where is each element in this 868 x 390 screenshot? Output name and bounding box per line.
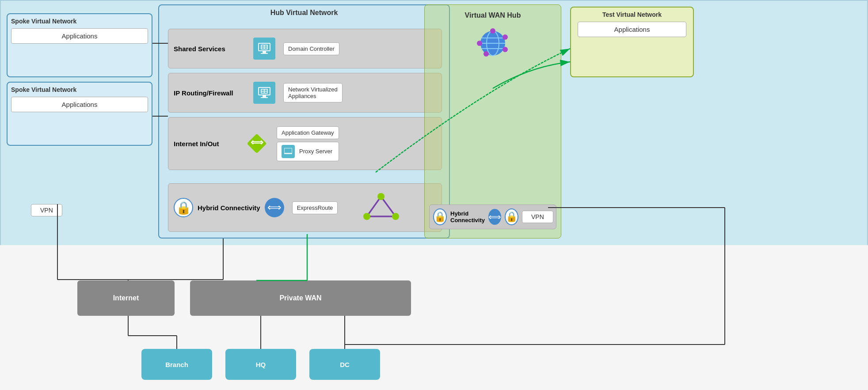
svg-rect-29 — [261, 97, 268, 98]
internet-inout-label: Internet In/Out — [174, 140, 240, 148]
svg-text:⟺: ⟺ — [250, 137, 263, 147]
spoke-vnet-1-title: Spoke Virtual Network — [11, 18, 148, 25]
test-vnet-title: Test Virtual Network — [571, 8, 693, 22]
branch-box: Branch — [141, 349, 212, 380]
proxy-icon — [282, 145, 295, 158]
vpn-label-wan: VPN — [522, 211, 553, 223]
proxy-server-box: Proxy Server — [277, 142, 339, 161]
hybrid-conn-wan-row: 🔒 HybridConnectivity ⟺ 🔒 VPN — [429, 204, 556, 229]
svg-rect-28 — [263, 95, 266, 97]
expressroute-box: ExpressRoute — [292, 201, 338, 214]
spoke-vnet-2-app: Applications — [11, 97, 148, 112]
internet-box: Internet — [77, 280, 175, 316]
wan-hub: Virtual WAN Hub 🔒 HybridConnectivity ⟺ 🔒… — [424, 4, 561, 239]
vpn-lock-icon-hub: 🔒 — [174, 198, 193, 217]
application-gateway-box: Application Gateway — [277, 126, 339, 139]
ip-routing-label: IP Routing/Firewall — [174, 89, 249, 97]
svg-point-44 — [477, 41, 482, 46]
hybrid-conn-hub-label: Hybrid Connectivity — [198, 204, 260, 212]
dc-box: DC — [309, 349, 380, 380]
vpn-lock-wan-1: 🔒 — [433, 208, 447, 225]
test-vnet-app: Applications — [578, 22, 686, 37]
ip-routing-row: IP Routing/Firewall Network VirtualizedA… — [168, 73, 442, 113]
nva-box: Network VirtualizedAppliances — [283, 83, 343, 102]
spoke-vnet-1-app: Applications — [11, 28, 148, 44]
spoke-vnet-2: Spoke Virtual Network Applications — [7, 82, 152, 146]
svg-rect-38 — [284, 153, 292, 154]
wan-hub-globe-icon — [425, 24, 561, 59]
shared-services-label: Shared Services — [174, 45, 249, 53]
svg-point-45 — [490, 28, 495, 34]
app-gateway-icon: ⟺ — [244, 132, 269, 156]
hub-vnet-title: Hub Virtual Network — [159, 5, 449, 20]
shared-services-row: Shared Services Domain Controller — [168, 29, 442, 68]
wan-hub-title: Virtual WAN Hub — [425, 5, 561, 19]
svg-rect-22 — [261, 53, 268, 54]
shared-services-icon — [253, 38, 275, 60]
ip-routing-icon — [253, 82, 275, 104]
domain-controller-box: Domain Controller — [283, 42, 339, 55]
vpn-label-left: VPN — [31, 204, 62, 216]
internet-inout-row: Internet In/Out ⟺ Application Gateway Pr… — [168, 117, 442, 170]
test-vnet: Test Virtual Network Applications — [570, 7, 694, 77]
svg-rect-21 — [263, 51, 266, 53]
hq-box: HQ — [225, 349, 296, 380]
svg-point-47 — [503, 47, 508, 52]
vpn-lock-wan-2: 🔒 — [505, 208, 518, 225]
arrows-wan-icon: ⟺ — [488, 209, 501, 225]
svg-rect-37 — [285, 148, 292, 153]
private-wan-box: Private WAN — [190, 280, 411, 316]
expressroute-icon: ⟺ — [265, 198, 284, 217]
hybrid-conn-hub-row: 🔒 Hybrid Connectivity ⟺ ExpressRoute — [168, 183, 442, 232]
lower-background — [0, 245, 868, 390]
hybrid-conn-wan-label: HybridConnectivity — [450, 210, 485, 223]
svg-point-48 — [483, 51, 489, 57]
spoke-vnet-1: Spoke Virtual Network Applications — [7, 13, 152, 77]
spoke-vnet-2-title: Spoke Virtual Network — [11, 86, 148, 93]
svg-point-46 — [503, 34, 508, 40]
